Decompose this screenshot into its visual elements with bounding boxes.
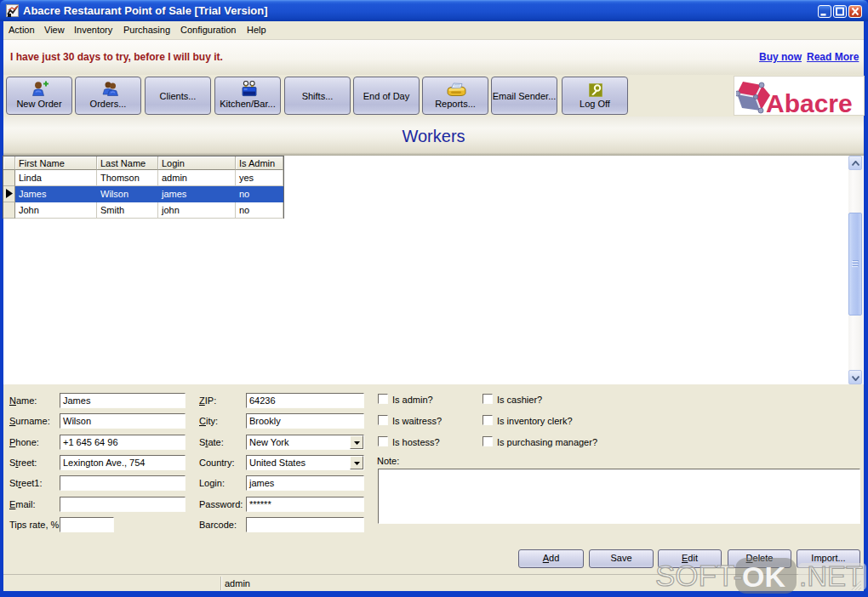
svg-text:.NET: .NET: [799, 560, 863, 592]
svg-text:OK: OK: [742, 560, 785, 593]
svg-text:Abacre: Abacre: [766, 89, 853, 115]
svg-text:SOFT-: SOFT-: [655, 559, 743, 592]
